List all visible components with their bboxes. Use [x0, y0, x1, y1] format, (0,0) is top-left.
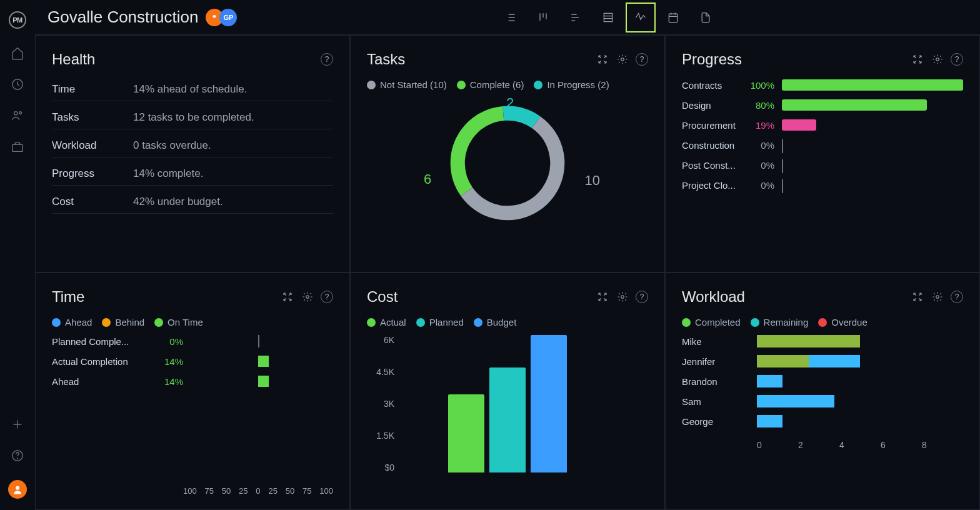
progress-pct: 100%: [747, 80, 774, 91]
legend-dot: [367, 81, 376, 89]
cost-bar-actual: [448, 394, 484, 472]
panel-health: Health ? Time14% ahead of schedule.Tasks…: [35, 35, 350, 272]
expand-icon[interactable]: [911, 52, 924, 66]
legend-dot: [751, 318, 759, 327]
topbar: Govalle Construction GP: [35, 0, 980, 35]
svg-rect-9: [669, 14, 677, 22]
axis-tick: 3K: [367, 399, 394, 409]
donut-label-complete: 6: [424, 171, 431, 188]
workload-bar: [757, 415, 963, 428]
progress-bar: [782, 99, 927, 111]
workload-name: Mike: [682, 336, 757, 347]
svg-rect-3: [12, 144, 23, 151]
workload-name: Brandon: [682, 376, 757, 387]
cost-legend: ActualPlannedBudget: [367, 317, 648, 328]
health-row: Time14% ahead of schedule.: [52, 79, 333, 101]
help-icon[interactable]: ?: [321, 53, 333, 66]
help-icon[interactable]: ?: [951, 53, 963, 66]
legend-item: Overdue: [818, 317, 868, 328]
legend-item: Ahead: [52, 317, 92, 328]
svg-point-2: [19, 112, 22, 114]
tasks-donut: 2 10 6: [432, 98, 582, 229]
workload-bar: [757, 395, 963, 408]
time-row: Actual Completion14%: [52, 355, 333, 368]
legend-item: Actual: [367, 317, 406, 328]
health-rows: Time14% ahead of schedule.Tasks12 tasks …: [52, 79, 333, 214]
app-logo[interactable]: PM: [9, 11, 26, 29]
workload-row: George: [682, 415, 963, 428]
clock-icon[interactable]: [11, 78, 24, 91]
avatar[interactable]: GP: [219, 9, 237, 26]
progress-pct: 0%: [747, 160, 774, 171]
progress-bar-zero: [782, 139, 783, 153]
help-icon[interactable]: ?: [321, 291, 333, 303]
gear-icon[interactable]: [616, 52, 629, 66]
add-icon[interactable]: [11, 418, 24, 431]
gear-icon[interactable]: [931, 52, 944, 66]
progress-pct: 0%: [747, 140, 774, 151]
panel-title: Tasks: [367, 51, 405, 68]
legend-dot: [52, 318, 61, 327]
board-view-icon[interactable]: [528, 2, 558, 32]
calendar-view-icon[interactable]: [658, 2, 688, 32]
dashboard-view-icon[interactable]: [626, 2, 656, 32]
help-icon[interactable]: ?: [951, 291, 963, 303]
workload-axis: 02468: [757, 440, 963, 450]
legend-label: Overdue: [831, 317, 868, 328]
progress-pct: 19%: [747, 120, 774, 131]
legend-dot: [818, 318, 827, 327]
user-avatar[interactable]: [8, 480, 27, 499]
help-icon[interactable]: ?: [636, 53, 648, 66]
axis-tick: 6K: [367, 335, 394, 345]
legend-label: Completed: [695, 317, 741, 328]
dashboard-grid: Health ? Time14% ahead of schedule.Tasks…: [35, 35, 980, 510]
time-bar: [258, 376, 269, 387]
gear-icon[interactable]: [616, 290, 629, 304]
expand-icon[interactable]: [596, 290, 609, 304]
sheet-view-icon[interactable]: [593, 2, 623, 32]
legend-label: Planned: [429, 317, 464, 328]
svg-rect-8: [604, 13, 612, 21]
svg-point-17: [936, 296, 939, 299]
time-label: Actual Completion: [52, 356, 152, 367]
list-view-icon[interactable]: [496, 2, 526, 32]
progress-name: Construction: [682, 140, 739, 151]
time-pct: 14%: [152, 376, 183, 387]
briefcase-icon[interactable]: [11, 140, 24, 154]
progress-bar: [782, 119, 816, 131]
help-icon[interactable]: [11, 449, 24, 462]
svg-point-1: [14, 112, 18, 116]
expand-icon[interactable]: [281, 290, 294, 304]
expand-icon[interactable]: [596, 52, 609, 66]
legend-dot: [682, 318, 691, 327]
legend-item: Planned: [416, 317, 464, 328]
legend-label: Not Started (10): [380, 79, 447, 90]
workload-name: Sam: [682, 396, 757, 407]
member-avatars[interactable]: GP: [209, 9, 237, 26]
legend-label: Remaining: [764, 317, 809, 328]
help-icon[interactable]: ?: [636, 291, 648, 303]
gantt-view-icon[interactable]: [561, 2, 591, 32]
file-view-icon[interactable]: [691, 2, 721, 32]
panel-workload: Workload ? CompletedRemainingOverdue Mik…: [665, 272, 980, 510]
workload-row: Mike: [682, 335, 963, 348]
home-icon[interactable]: [11, 46, 24, 60]
legend-dot: [474, 318, 482, 327]
time-bar-zero: [258, 335, 259, 348]
health-value: 42% under budget.: [133, 196, 223, 208]
legend-dot: [416, 318, 425, 327]
health-row: Tasks12 tasks to be completed.: [52, 108, 333, 129]
progress-bar-zero: [782, 159, 783, 173]
donut-label-notstarted: 10: [585, 172, 600, 189]
panel-cost: Cost ? ActualPlannedBudget 6K4.5K3K1.5K$…: [350, 272, 665, 510]
progress-track: [782, 179, 963, 191]
gear-icon[interactable]: [301, 290, 314, 304]
panel-title: Cost: [367, 288, 398, 306]
progress-row: Design80%: [682, 99, 963, 111]
health-row: Cost42% under budget.: [52, 192, 333, 214]
time-bar-area: [183, 375, 333, 388]
expand-icon[interactable]: [911, 290, 924, 304]
gear-icon[interactable]: [931, 290, 944, 304]
team-icon[interactable]: [11, 109, 24, 122]
health-value: 12 tasks to be completed.: [133, 111, 254, 124]
